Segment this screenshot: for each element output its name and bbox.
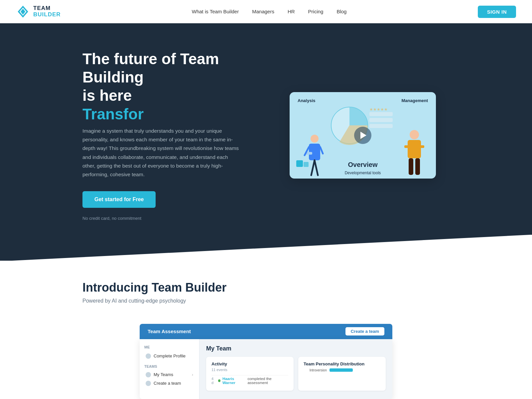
activity-card: Activity 11 events 4 d Haaris Warner com… bbox=[206, 357, 294, 391]
sidebar-my-teams[interactable]: My Teams › bbox=[144, 370, 195, 379]
video-play-button[interactable] bbox=[354, 127, 371, 144]
svg-rect-19 bbox=[415, 158, 420, 175]
personality-bar-fill bbox=[330, 368, 353, 372]
dashboard-bar: Team Assessment Create a team bbox=[140, 324, 392, 339]
dashboard-sidebar: ME Complete Profile TEAMS My Teams › Cre… bbox=[140, 339, 200, 399]
sidebar-complete-profile[interactable]: Complete Profile bbox=[144, 352, 195, 360]
introducing-section: Introducing Team Builder Powered by AI a… bbox=[0, 261, 532, 399]
svg-point-14 bbox=[410, 130, 419, 139]
hero-title: The future of Team Building is here Tran… bbox=[82, 50, 256, 123]
chevron-right-icon: › bbox=[192, 372, 193, 377]
figure-man bbox=[403, 129, 426, 179]
nav-what-is-team-builder[interactable]: What is Team Builder bbox=[192, 9, 239, 14]
personality-bar-row: Introversion bbox=[304, 368, 380, 372]
logo-text: TEAM BUILDER bbox=[33, 5, 61, 18]
no-credit-text: No credit card, no commitment bbox=[82, 216, 256, 221]
dashboard-wrapper: Team Assessment Create a team ME Complet… bbox=[66, 324, 466, 399]
svg-rect-16 bbox=[404, 145, 409, 148]
svg-rect-21 bbox=[304, 162, 309, 167]
personality-title: Team Personality Distribution bbox=[304, 361, 380, 366]
green-dot-icon bbox=[218, 379, 220, 382]
logo-builder-label: BUILDER bbox=[33, 12, 61, 18]
create-team-button[interactable]: Create a team bbox=[345, 327, 384, 335]
svg-rect-5 bbox=[369, 124, 393, 128]
logo-team-label: TEAM bbox=[33, 5, 61, 12]
nav-blog[interactable]: Blog bbox=[336, 9, 346, 14]
svg-rect-18 bbox=[409, 158, 413, 175]
nav-links: What is Team Builder Managers HR Pricing… bbox=[192, 9, 347, 15]
svg-rect-20 bbox=[296, 160, 303, 167]
activity-item: 4 d Haaris Warner completed the assessme… bbox=[211, 375, 288, 386]
intro-subtitle: Powered by AI and cutting-edge psycholog… bbox=[82, 298, 450, 304]
logo-icon bbox=[16, 5, 30, 19]
hero-video: Analysis Management ★★★★★ Ove bbox=[276, 92, 450, 179]
svg-line-13 bbox=[320, 147, 323, 154]
hero-description: Imagine a system that truly understands … bbox=[82, 127, 242, 179]
svg-point-7 bbox=[311, 135, 319, 143]
teams-icon bbox=[146, 372, 151, 377]
video-boxes bbox=[296, 155, 313, 169]
video-labels: Analysis Management bbox=[290, 98, 436, 103]
dashboard-body: ME Complete Profile TEAMS My Teams › Cre… bbox=[140, 339, 392, 399]
nav-hr[interactable]: HR bbox=[288, 9, 295, 14]
video-label-management: Management bbox=[402, 98, 428, 103]
video-label-analysis: Analysis bbox=[298, 98, 315, 103]
hero-title-accent: Transfor bbox=[82, 105, 144, 123]
sidebar-create-team[interactable]: Create a team bbox=[144, 379, 195, 388]
personality-label: Introversion bbox=[304, 368, 327, 372]
svg-rect-17 bbox=[420, 145, 424, 148]
signin-button[interactable]: SIGN IN bbox=[478, 6, 516, 18]
hero-section: The future of Team Building is here Tran… bbox=[0, 23, 532, 261]
svg-text:★★★★★: ★★★★★ bbox=[369, 107, 388, 112]
svg-rect-15 bbox=[408, 140, 421, 158]
sidebar-me-label: ME bbox=[144, 345, 195, 349]
svg-rect-4 bbox=[369, 118, 393, 122]
video-card[interactable]: Analysis Management ★★★★★ Ove bbox=[290, 92, 436, 179]
navbar: TEAM BUILDER What is Team Builder Manage… bbox=[0, 0, 532, 23]
logo[interactable]: TEAM BUILDER bbox=[16, 5, 61, 19]
sidebar-teams-label: TEAMS bbox=[144, 364, 195, 368]
hero-content: The future of Team Building is here Tran… bbox=[82, 50, 256, 221]
dashboard-mockup: Team Assessment Create a team ME Complet… bbox=[82, 324, 450, 399]
activity-person[interactable]: Haaris Warner bbox=[222, 377, 246, 385]
personality-bars: Introversion bbox=[304, 368, 380, 372]
dashboard-bar-title: Team Assessment bbox=[148, 329, 191, 334]
create-icon bbox=[146, 381, 151, 386]
activity-subtitle: 11 events bbox=[211, 368, 288, 372]
dashboard-cards: Activity 11 events 4 d Haaris Warner com… bbox=[206, 357, 386, 391]
video-overview-label: Overview bbox=[348, 161, 378, 169]
my-team-title: My Team bbox=[206, 345, 386, 352]
intro-title: Introducing Team Builder bbox=[82, 281, 450, 295]
activity-title: Activity bbox=[211, 361, 288, 366]
personality-card: Team Personality Distribution Introversi… bbox=[298, 357, 386, 391]
nav-pricing[interactable]: Pricing bbox=[308, 9, 324, 14]
activity-action: completed the assessment bbox=[247, 377, 288, 385]
activity-time: 4 d bbox=[211, 377, 216, 385]
section-intro: Introducing Team Builder Powered by AI a… bbox=[66, 261, 466, 314]
svg-line-11 bbox=[315, 160, 318, 175]
profile-icon bbox=[146, 353, 151, 359]
nav-managers[interactable]: Managers bbox=[252, 9, 274, 14]
cta-button[interactable]: Get started for Free bbox=[82, 191, 156, 208]
dashboard-main: My Team Activity 11 events 4 d Haaris Wa… bbox=[200, 339, 392, 399]
video-dev-label: Developmental tools bbox=[345, 171, 381, 175]
svg-rect-3 bbox=[369, 112, 393, 116]
